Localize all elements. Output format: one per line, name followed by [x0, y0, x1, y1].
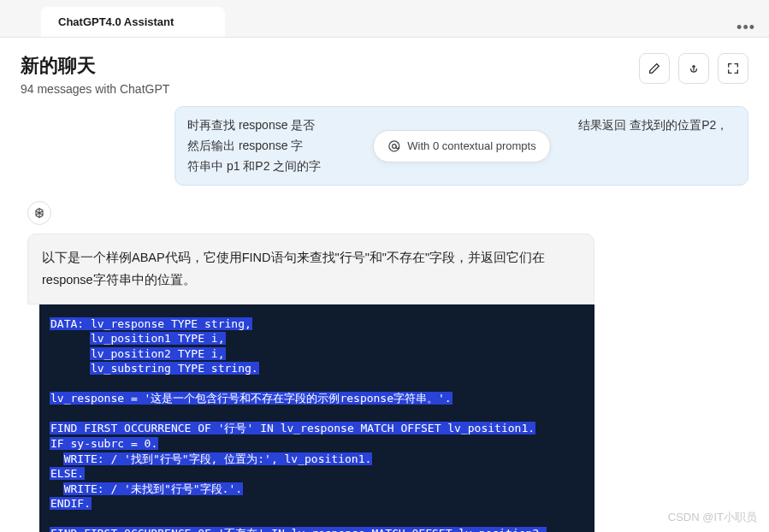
- active-tab[interactable]: ChatGPT4.0 Assistant: [41, 7, 225, 37]
- code-line: lv_position1 TYPE i,: [50, 331, 584, 346]
- share-icon: [687, 62, 701, 75]
- edit-button[interactable]: [639, 53, 670, 84]
- pencil-icon: [648, 62, 661, 75]
- openai-icon: [33, 206, 46, 220]
- code-line: lv_response = '这是一个包含行号和不存在字段的示例response…: [50, 391, 584, 406]
- code-line: WRITE: / '找到"行号"字段, 位置为:', lv_position1.: [50, 452, 584, 467]
- code-line: FIND FIRST OCCURRENCE OF '行号' IN lv_resp…: [50, 421, 584, 436]
- code-line: ENDIF.: [50, 496, 584, 511]
- watermark: CSDN @IT小职员: [668, 510, 757, 525]
- at-icon: [387, 139, 400, 153]
- svg-point-0: [388, 141, 399, 151]
- assistant-intro-text: 以下是一个样例ABAP代码，它使用FIND语句来查找"行号"和"不存在"字段，并…: [27, 233, 594, 304]
- page-subtitle: 94 messages with ChatGPT: [21, 82, 169, 96]
- share-button[interactable]: [678, 53, 709, 84]
- chat-content: 时再查找 response 是否 结果返回 查找到的位置P2，然后输出 resp…: [0, 106, 769, 532]
- more-menu-icon[interactable]: •••: [736, 19, 755, 37]
- code-line: lv_position2 TYPE i,: [50, 346, 584, 362]
- svg-point-1: [392, 144, 396, 148]
- code-line: lv_substring TYPE string.: [50, 361, 584, 376]
- page-title: 新的聊天: [21, 53, 169, 79]
- code-line: FIND FIRST OCCURRENCE OF '不存在' IN lv_res…: [50, 526, 584, 532]
- code-line: WRITE: / '未找到"行号"字段.'.: [50, 482, 584, 497]
- assistant-message: 以下是一个样例ABAP代码，它使用FIND语句来查找"行号"和"不存在"字段，并…: [21, 233, 748, 532]
- tab-bar: ChatGPT4.0 Assistant •••: [0, 0, 769, 38]
- assistant-avatar: [27, 201, 51, 225]
- code-line: DATA: lv_response TYPE string,: [50, 316, 584, 332]
- context-pill-label: With 0 contextual prompts: [407, 137, 535, 156]
- code-block[interactable]: DATA: lv_response TYPE string, lv_positi…: [39, 304, 594, 532]
- code-line: [50, 376, 584, 392]
- code-line: ELSE.: [50, 466, 584, 482]
- expand-icon: [726, 62, 740, 75]
- code-line: [50, 406, 584, 422]
- code-line: IF sy-subrc = 0.: [50, 436, 584, 452]
- code-line: [50, 511, 584, 527]
- page-header: 新的聊天 94 messages with ChatGPT: [0, 38, 769, 106]
- context-prompt-pill[interactable]: With 0 contextual prompts: [372, 130, 550, 163]
- header-actions: [639, 53, 748, 84]
- expand-button[interactable]: [718, 53, 748, 84]
- user-message: 时再查找 response 是否 结果返回 查找到的位置P2，然后输出 resp…: [175, 106, 748, 186]
